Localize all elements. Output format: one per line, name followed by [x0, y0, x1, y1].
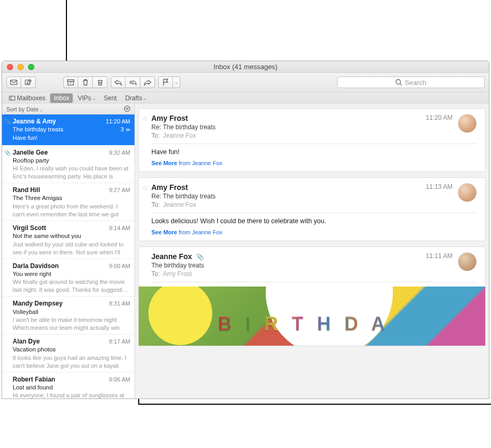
- forward-icon: [144, 79, 151, 86]
- favbar-label: Drafts: [125, 94, 142, 102]
- reply-button[interactable]: [111, 77, 126, 88]
- message-row[interactable]: Alan Dye8:17 AMVacation photosIt looks l…: [2, 335, 134, 373]
- svg-rect-5: [9, 96, 15, 100]
- message-row[interactable]: Virgil Scott9:14 AMNot the same without …: [2, 221, 134, 259]
- flag-button[interactable]: [158, 77, 173, 88]
- minimize-window-button[interactable]: [17, 64, 24, 70]
- message-card[interactable]: ☆Amy FrostRe: The birthday treatsTo:Jean…: [138, 108, 486, 172]
- message-subject: Lost and found: [13, 384, 53, 392]
- sidebar-icon: [9, 96, 15, 101]
- message-preview: We finally got around to watching the mo…: [13, 278, 130, 293]
- close-window-button[interactable]: [7, 64, 13, 70]
- attachment-icon: 📎: [4, 149, 11, 157]
- message-time: 11:20 AM: [106, 118, 130, 126]
- flag-dropdown[interactable]: ⌵: [173, 77, 180, 88]
- junk-button[interactable]: [93, 77, 108, 88]
- compose-button[interactable]: [21, 77, 36, 88]
- mailboxes-toggle[interactable]: Mailboxes: [5, 93, 49, 103]
- message-subject: Rooftop party: [13, 157, 49, 165]
- see-more-from: from Jeanne Fox: [177, 229, 223, 235]
- delete-button[interactable]: [78, 77, 93, 88]
- message-subject: You were right: [13, 270, 51, 279]
- message-sender: Darla Davidson: [13, 262, 59, 270]
- message-card[interactable]: Jeanne Fox📎The birthday treatsTo:Amy Fro…: [138, 246, 486, 346]
- vip-star-icon[interactable]: ☆: [142, 184, 148, 192]
- card-from: Jeanne Fox: [151, 252, 192, 261]
- message-row[interactable]: Mandy Dempsey8:31 AMVolleyballI won't be…: [2, 297, 134, 335]
- message-time: 8:06 AM: [109, 376, 130, 384]
- avatar[interactable]: [458, 183, 477, 202]
- message-sender: Virgil Scott: [13, 224, 46, 232]
- search-input[interactable]: Search: [337, 77, 485, 88]
- card-to-label: To:: [151, 270, 160, 278]
- archive-icon: [67, 79, 74, 86]
- svg-rect-3: [68, 81, 74, 85]
- message-sender: Mandy Dempsey: [13, 299, 63, 308]
- get-mail-button[interactable]: [6, 77, 21, 88]
- reply-all-button[interactable]: [126, 77, 140, 88]
- fullscreen-window-button[interactable]: [28, 64, 34, 70]
- envelope-icon: [10, 79, 17, 86]
- message-subject: The Three Amigas: [13, 194, 62, 203]
- card-to: Amy Frost: [163, 270, 192, 278]
- favbar-vips[interactable]: VIPs ⌵: [74, 93, 99, 103]
- card-time: 11:20 AM: [426, 114, 453, 121]
- chevron-right-icon: ≫: [126, 127, 130, 132]
- attachment-image[interactable]: [139, 287, 485, 346]
- favbar-label: Inbox: [54, 94, 69, 102]
- favbar-label: Sent: [104, 94, 117, 102]
- message-subject: The birthday treats: [13, 126, 63, 134]
- message-sender: Jeanne & Amy: [13, 117, 56, 126]
- message-row[interactable]: 📎Janelle Gee9:32 AMRooftop partyHi Eden,…: [2, 146, 134, 184]
- message-preview: It looks like you guys had an amazing ti…: [13, 354, 130, 369]
- avatar[interactable]: [458, 114, 477, 133]
- search-placeholder: Search: [405, 79, 426, 87]
- filter-button[interactable]: [124, 106, 130, 113]
- trash-icon: [82, 79, 89, 86]
- favbar-sent[interactable]: Sent: [100, 93, 121, 103]
- card-from: Amy Frost: [151, 183, 188, 192]
- archive-button[interactable]: [63, 77, 78, 88]
- message-time: 9:14 AM: [109, 224, 130, 232]
- card-time: 11:11 AM: [426, 252, 453, 260]
- message-row[interactable]: Darla Davidson9:00 AMYou were rightWe fi…: [2, 259, 134, 297]
- svg-rect-0: [11, 80, 17, 85]
- message-sender: Janelle Gee: [13, 148, 48, 157]
- filter-icon: [124, 106, 130, 112]
- message-sender: Robert Fabian: [13, 375, 55, 384]
- message-row[interactable]: Robert Fabian8:06 AMLost and foundHi eve…: [2, 373, 134, 398]
- vip-star-icon[interactable]: ☆: [142, 115, 148, 123]
- message-body: Have fun!: [151, 148, 477, 156]
- message-preview: Hi Eden, I really wish you could have be…: [13, 165, 130, 179]
- message-time: 9:27 AM: [109, 186, 130, 194]
- sort-menu[interactable]: Sort by Date ⌵: [6, 106, 43, 112]
- message-body: Looks delicious! Wish I could be there t…: [151, 217, 477, 225]
- see-more-link[interactable]: See More from Jeanne Fox: [151, 229, 477, 235]
- message-subject: Volleyball: [13, 308, 38, 317]
- see-more-link[interactable]: See More from Jeanne Fox: [151, 160, 477, 166]
- message-subject: Not the same without you: [13, 232, 81, 241]
- svg-point-4: [396, 80, 401, 84]
- mail-window: Inbox (41 messages): [2, 61, 489, 399]
- thread-count: 3 ≫: [121, 126, 130, 134]
- attachment-icon: 📎: [196, 253, 204, 261]
- favorites-bar: Mailboxes Inbox VIPs ⌵ Sent Drafts ⌵: [2, 92, 489, 104]
- card-to: Jeanne Fox: [163, 201, 196, 208]
- callout-line: [66, 0, 67, 61]
- message-row[interactable]: Rand Hill9:27 AMThe Three AmigasHere's a…: [2, 183, 134, 221]
- favbar-label: VIPs: [78, 94, 91, 102]
- message-row[interactable]: 📎Jeanne & Amy11:20 AMThe birthday treats…: [2, 115, 134, 146]
- message-sender: Alan Dye: [13, 337, 40, 346]
- reply-all-icon: [129, 79, 137, 86]
- favbar-label: Mailboxes: [17, 94, 45, 102]
- favbar-inbox[interactable]: Inbox: [50, 93, 73, 103]
- message-card[interactable]: ☆Amy FrostRe: The birthday treatsTo:Jean…: [138, 177, 486, 241]
- titlebar[interactable]: Inbox (41 messages): [2, 61, 489, 73]
- flag-icon: [162, 79, 169, 86]
- junk-icon: [97, 79, 104, 86]
- forward-button[interactable]: [140, 77, 155, 88]
- toolbar: ⌵ Search: [2, 73, 489, 92]
- avatar[interactable]: [458, 252, 477, 271]
- favbar-drafts[interactable]: Drafts ⌵: [121, 93, 150, 103]
- attachment-icon: 📎: [4, 118, 11, 126]
